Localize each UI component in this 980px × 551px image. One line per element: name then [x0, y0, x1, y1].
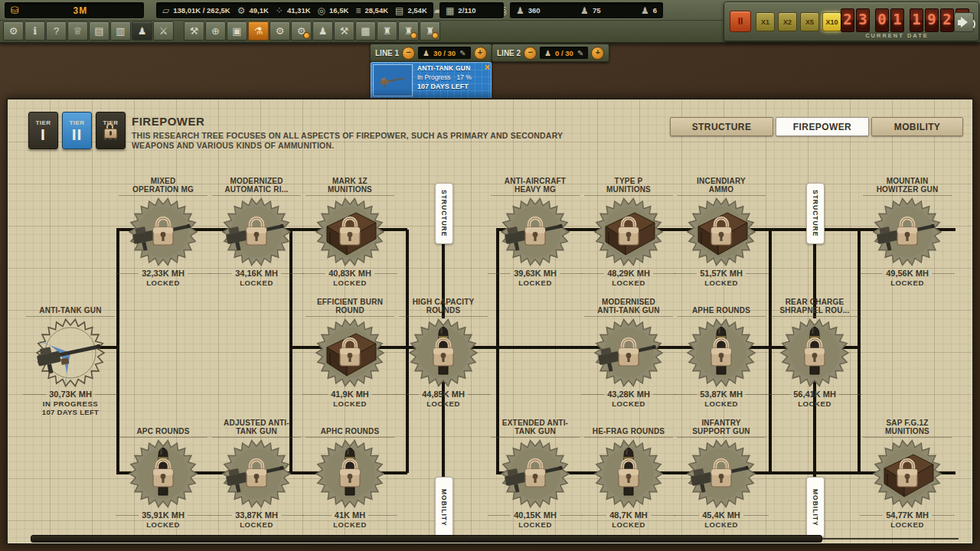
date-group: 01 [875, 8, 904, 32]
storage-button[interactable]: ▣ [227, 21, 247, 41]
speed-x2-button[interactable]: X2 [778, 12, 797, 31]
node-man-hours: 44,85K MH [422, 390, 465, 399]
research-button[interactable]: ⚗ [248, 21, 269, 41]
money-box[interactable]: ⛁ 3M [5, 2, 144, 18]
help-button[interactable]: ? [46, 21, 67, 41]
pause-button[interactable]: II [730, 11, 751, 32]
locked-gear-icon [860, 196, 955, 268]
speed-x5-button[interactable]: X5 [800, 12, 819, 31]
node-man-hours: 39,63K MH [514, 269, 557, 278]
production-line-tab[interactable]: LINE 1−♟30 / 30✎+ [370, 44, 492, 62]
research-queue-card[interactable]: ANTI-TANK GUN × In Progress 17 % 107 DAY… [371, 62, 492, 99]
repair-button[interactable]: ⚙ [270, 21, 290, 41]
research-node[interactable]: REAR CHARGESHRAPNEL ROU...56,41K MHLOCKE… [767, 296, 862, 408]
research-node[interactable]: MODERNIZEDAUTOMATIC RI...34,16K MHLOCKED [209, 175, 304, 287]
date-digit: 9 [925, 8, 939, 32]
node-gear [581, 196, 676, 268]
construction-button[interactable]: ⚒ [334, 21, 354, 41]
research-node[interactable]: ANTI-TANK GUN30,73K MHIN PROGRESS107 DAY… [23, 296, 118, 416]
measure-tick [95, 394, 118, 395]
maintenance-button[interactable]: ⚙ [291, 21, 312, 41]
research-node[interactable]: APC ROUNDS35,91K MHLOCKED [116, 417, 211, 529]
node-status: LOCKED [488, 279, 583, 287]
speed-x1-button[interactable]: X1 [756, 12, 775, 31]
tank-army-button[interactable]: ♜ [420, 21, 440, 41]
research-node[interactable]: EXTENDED ANTI-TANK GUN40,15K MHLOCKED [488, 417, 583, 529]
research-node[interactable]: TYPE PMUNITIONS48,29K MHLOCKED [581, 175, 676, 287]
cancel-research-icon[interactable]: × [484, 62, 490, 72]
node-status: LOCKED [396, 399, 491, 408]
measure-tick [116, 273, 139, 274]
research-node[interactable]: MIXEDOPERATION MG32,33K MHLOCKED [116, 175, 211, 287]
toolbar: ⚙ℹ?♕▤▥♟⚔⚒⊕▣⚗⚙⚙♟⚒▦♜♜♜ [3, 21, 441, 41]
increase-workers-button[interactable]: + [474, 47, 487, 60]
combat-button[interactable]: ⚔ [153, 21, 174, 41]
staff-count: 6 [653, 6, 657, 15]
research-tree: STRUCTURESTRUCTUREMOBILITYMOBILITYMIXEDO… [8, 99, 972, 543]
storage-box[interactable]: ▦ 2/110 [439, 2, 504, 18]
info-button[interactable]: ℹ [24, 21, 45, 41]
production-line-tab[interactable]: LINE 2−♟0 / 30✎+ [492, 44, 609, 62]
measure-tick [23, 394, 46, 395]
node-days-left: 107 DAYS LEFT [23, 408, 118, 416]
node-gear [767, 317, 862, 389]
tank-design-button[interactable]: ♜ [377, 21, 397, 41]
announcements-icon[interactable] [954, 12, 974, 32]
research-node[interactable]: ANTI-AIRCRAFTHEAVY MG39,63K MHLOCKED [488, 175, 583, 287]
crew-button[interactable]: ♟ [312, 21, 333, 41]
research-node[interactable]: MARK 1ZMUNITIONS40,83K MHLOCKED [302, 175, 397, 287]
speed-x10-button[interactable]: X10 [822, 12, 841, 31]
encyclopedia-button[interactable]: ▥ [110, 21, 131, 41]
measure-tick [468, 394, 491, 395]
node-man-hours: 41,9K MH [331, 390, 369, 399]
node-gear [396, 317, 491, 389]
locked-gear-icon [302, 317, 397, 389]
resource-item: ⚙49,1K [237, 6, 269, 15]
node-title: HE-FRAG ROUNDS [581, 417, 676, 435]
node-status: LOCKED [488, 520, 583, 529]
horizontal-scrollbar-thumb[interactable] [31, 535, 822, 543]
settings-button[interactable]: ⚙ [3, 21, 24, 41]
steel-icon: ▱ [162, 6, 169, 15]
research-node[interactable]: APHC ROUNDS41K MHLOCKED [302, 417, 397, 529]
increase-workers-button[interactable]: + [591, 47, 604, 60]
engineer-icon: ♟ [580, 6, 589, 15]
wire-coil-icon: ◎ [318, 6, 325, 15]
research-node[interactable]: MODERNISEDANTI-TANK GUN43,28K MHLOCKED [581, 296, 676, 408]
achievements-button[interactable]: ♕ [67, 21, 88, 41]
node-gear [488, 196, 583, 268]
research-node[interactable]: SAP F.G.1ZMUNITIONS54,77K MHLOCKED [860, 417, 955, 529]
node-gear [674, 317, 769, 389]
node-title: HIGH CAPACITYROUNDS [396, 296, 491, 315]
node-status: LOCKED [116, 520, 211, 529]
factory-button[interactable]: ⚒ [184, 21, 204, 41]
node-gear [302, 196, 397, 268]
profile-button[interactable]: ♟ [132, 21, 152, 41]
research-node[interactable]: INCENDIARYAMMO51,57K MHLOCKED [674, 175, 769, 287]
research-node[interactable]: MOUNTAINHOWITZER GUN49,56K MHLOCKED [860, 175, 955, 287]
edit-line-icon[interactable]: ✎ [577, 49, 583, 57]
measure-tick [743, 515, 769, 516]
research-node[interactable]: ADJUSTED ANTI-TANK GUN33,87K MHLOCKED [209, 417, 304, 529]
measure-tick [281, 273, 304, 274]
research-node[interactable]: HE-FRAG ROUNDS48,7K MHLOCKED [581, 417, 676, 529]
research-node[interactable]: APHE ROUNDS53,87K MHLOCKED [674, 296, 769, 408]
research-node[interactable]: HIGH CAPACITYROUNDS44,85K MHLOCKED [396, 296, 491, 408]
node-man-hours: 40,15K MH [514, 510, 557, 520]
decrease-workers-button[interactable]: − [524, 47, 537, 60]
measure-tick [767, 394, 790, 395]
research-node[interactable]: INFANTRYSUPPORT GUN45,4K MHLOCKED [674, 417, 769, 529]
news-button[interactable]: ▤ [89, 21, 109, 41]
decrease-workers-button[interactable]: − [402, 47, 415, 60]
research-node[interactable]: EFFICIENT BURNROUND41,9K MHLOCKED [302, 296, 397, 408]
measure-tick [674, 273, 697, 274]
materials-button[interactable]: ▦ [355, 21, 376, 41]
edit-line-icon[interactable]: ✎ [459, 49, 466, 57]
tank-production-button[interactable]: ♜ [398, 21, 419, 41]
node-title: EFFICIENT BURNROUND [302, 296, 397, 315]
pipes-icon: ≡ [355, 6, 361, 15]
world-market-button[interactable]: ⊕ [205, 21, 226, 41]
node-mh-row: 30,73K MH [23, 390, 118, 399]
node-title: SAP F.G.1ZMUNITIONS [860, 417, 955, 435]
branch-label-mobility: MOBILITY [435, 477, 453, 538]
